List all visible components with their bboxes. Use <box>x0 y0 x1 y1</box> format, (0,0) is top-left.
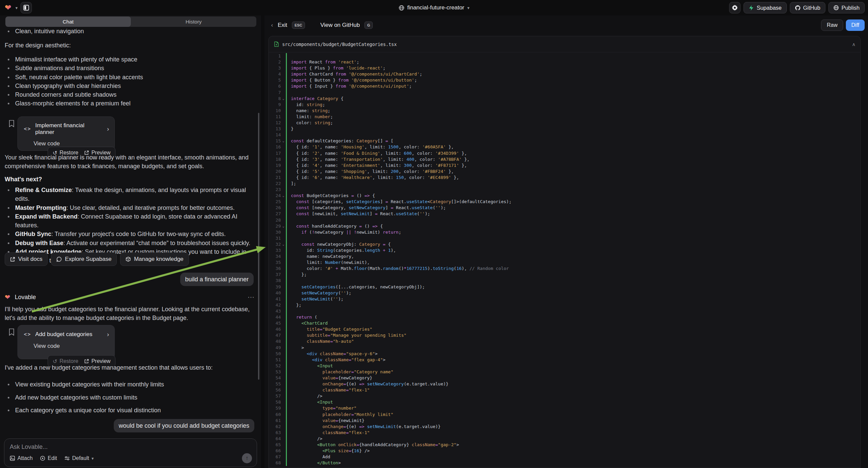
chat-composer[interactable]: Ask Lovable... Attach Edit Default ▾ ↑ <box>4 438 257 467</box>
list-item: Debug with Ease: Activate our experiment… <box>5 239 252 247</box>
code-line: 63 className="flex-1" <box>269 430 860 436</box>
code-line: 58 <Input <box>269 399 860 405</box>
external-link-icon <box>84 359 89 363</box>
bookmark-icon[interactable] <box>9 120 14 127</box>
tab-history[interactable]: History <box>131 17 256 27</box>
code-line: 14 <box>269 132 860 138</box>
code-line: 29⌄ const handleAddCategory = () => { <box>269 223 860 229</box>
code-line: 67 Add <box>269 454 860 460</box>
code-line: 33 id: String(categories.length + 1), <box>269 247 860 254</box>
github-button[interactable]: GitHub <box>790 2 826 13</box>
explore-supabase-button[interactable]: Explore Supabase <box>51 253 117 266</box>
external-link-icon <box>10 257 15 262</box>
globe-icon <box>399 5 404 11</box>
design-bullet-list: Minimalist interface with plenty of whit… <box>5 55 252 108</box>
edit-button[interactable]: Edit <box>40 455 57 461</box>
message-menu-icon[interactable]: ⋯ <box>248 293 255 301</box>
code-change-card-2: <> Add budget categories › View code ↺Re… <box>5 325 252 384</box>
code-line: 43 <box>269 308 860 314</box>
added-file-icon <box>274 41 279 47</box>
supabase-button[interactable]: Supabase <box>744 2 786 13</box>
code-line: 12 color: string; <box>269 120 860 126</box>
implement-planner-card[interactable]: <> Implement financial planner › View co… <box>18 117 115 151</box>
code-line: 24⌄const BudgetCategories = () => { <box>269 193 860 199</box>
code-line: 48 className="h-auto" <box>269 339 860 345</box>
project-name: financial-future-creator <box>407 4 464 11</box>
add-budget-categories-card[interactable]: <> Add budget categories › View code <box>18 325 115 359</box>
code-line: 41 setNewLimit(''); <box>269 296 860 302</box>
code-line: 5import { Button } from '@/components/ui… <box>269 77 860 83</box>
code-viewer-header: ‹ Exit ESC View on GitHub G Raw Diff <box>265 16 868 35</box>
raw-toggle-button[interactable]: Raw <box>821 20 843 31</box>
chevron-right-icon: › <box>107 125 109 133</box>
file-header[interactable]: src/components/budget/BudgetCategories.t… <box>269 36 860 52</box>
code-line: 61 value={newLimit} <box>269 418 860 424</box>
code-line: 51 <div className="flex gap-4"> <box>269 357 860 363</box>
code-line: 26 const [newCategory, setNewCategory] =… <box>269 205 860 211</box>
code-line: 34 name: newCategory, <box>269 254 860 260</box>
code-line: 30 if (!newCategory || !newLimit) return… <box>269 229 860 235</box>
attach-button[interactable]: Attach <box>10 455 33 461</box>
code-line: 47 subtitle="Manage your spending limits… <box>269 332 860 339</box>
project-switcher[interactable]: financial-future-creator ▾ <box>399 0 470 16</box>
view-on-github-button[interactable]: View on GitHub <box>320 22 360 29</box>
code-line: 6import { Input } from '@/components/ui/… <box>269 83 860 89</box>
code-line: 20 { id: '5', name: 'Shopping', limit: 2… <box>269 169 860 175</box>
list-item: Clean, intuitive navigation <box>5 27 252 36</box>
image-icon <box>10 456 15 461</box>
publish-globe-icon <box>833 5 839 10</box>
top-bar: ❤ ▾ financial-future-creator ▾ Supabase … <box>0 0 868 16</box>
code-line: 27 const [newLimit, setNewLimit] = React… <box>269 211 860 217</box>
list-item: Minimalist interface with plenty of whit… <box>5 55 252 64</box>
lovable-logo[interactable]: ❤ <box>5 4 13 12</box>
manage-knowledge-button[interactable]: Manage knowledge <box>120 253 189 266</box>
esc-shortcut-badge: ESC <box>292 22 305 29</box>
sliders-icon <box>64 456 70 461</box>
toggle-sidebar-button[interactable] <box>21 2 32 13</box>
chat-input[interactable]: Ask Lovable... <box>10 443 251 450</box>
project-chevron-down-icon: ▾ <box>467 5 470 10</box>
tab-chat[interactable]: Chat <box>5 17 131 27</box>
chevron-left-icon: ‹ <box>271 22 273 29</box>
assistant-name: Lovable <box>15 294 36 301</box>
code-editor[interactable]: 12import React from 'react';3import { Pl… <box>269 52 860 466</box>
code-line: 46 title="Budget Categories" <box>269 326 860 332</box>
view-code-link[interactable]: View code <box>34 140 109 147</box>
supabase-icon <box>749 5 754 11</box>
chat-scrollbar[interactable] <box>258 113 259 380</box>
whats-next-heading: What's next? <box>5 175 252 184</box>
code-line: 37 }; <box>269 272 860 277</box>
code-icon: <> <box>24 126 31 132</box>
package-icon <box>125 257 131 262</box>
code-line: 17 { id: '2', name: 'Food & Dining', lim… <box>269 150 860 156</box>
visit-docs-button[interactable]: Visit docs <box>5 253 48 266</box>
exit-button[interactable]: Exit <box>278 22 287 29</box>
code-line: 36 color: '#' + Math.floor(Math.random()… <box>269 266 860 272</box>
card-title: Implement financial planner <box>35 122 103 136</box>
publish-button[interactable]: Publish <box>829 2 865 13</box>
bookmark-icon[interactable] <box>9 328 14 336</box>
settings-button[interactable] <box>729 2 741 13</box>
code-line: 62 onChange={(e) => setNewLimit(e.target… <box>269 424 860 430</box>
code-line: 15⌄const defaultCategories: Category[] =… <box>269 138 860 144</box>
code-line: 60 placeholder="Monthly limit" <box>269 412 860 418</box>
view-code-link[interactable]: View code <box>34 343 109 350</box>
ready-paragraph: Your sleek financial planner is now read… <box>5 153 252 171</box>
added-paragraph: I've added a new budget categories manag… <box>5 363 252 372</box>
code-line: 66 <Plus size={16} /> <box>269 448 860 454</box>
logo-chevron-down-icon[interactable]: ▾ <box>16 5 18 10</box>
code-icon: <> <box>24 331 31 338</box>
code-line: 45 <ChartCard <box>269 320 860 326</box>
assistant-header: ❤ Lovable ⋯ <box>5 293 255 301</box>
collapse-chevron-icon[interactable]: ʌ <box>852 41 855 47</box>
github-icon <box>795 5 801 11</box>
code-line: 28 <box>269 217 860 223</box>
list-item: Master Prompting: Use clear, detailed, a… <box>5 203 252 212</box>
mode-select[interactable]: Default ▾ <box>64 455 94 461</box>
list-item: Add new budget categories with custom li… <box>5 391 252 404</box>
list-item: Clean typography with clear hierarchies <box>5 82 252 90</box>
send-button[interactable]: ↑ <box>242 453 252 463</box>
diff-toggle-button[interactable]: Diff <box>846 20 865 31</box>
code-line: 2import React from 'react'; <box>269 59 860 65</box>
code-line: 1 <box>269 53 860 59</box>
